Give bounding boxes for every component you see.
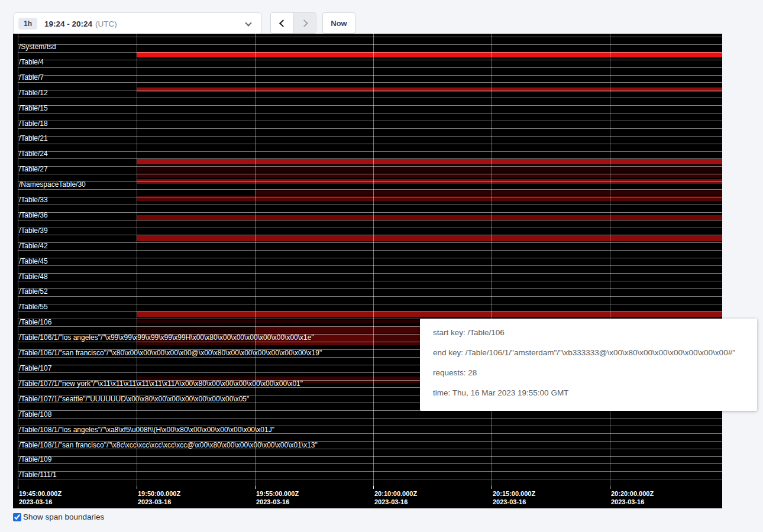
row-label: /Table/108: [19, 411, 51, 419]
row-label: /Table/107/1/"new york"/"\x11\x11\x11\x1…: [19, 380, 303, 388]
time-range-dropdown[interactable]: 1h 19:24 - 20:24 (UTC): [13, 12, 262, 35]
tooltip-requests: requests: 28: [433, 368, 757, 377]
row-label: /Table/27: [19, 166, 48, 173]
span-boundary-line: [18, 37, 722, 37]
span-boundary-line: [18, 281, 722, 281]
next-time-button[interactable]: [293, 13, 316, 33]
row-label: /Table/45: [19, 258, 48, 265]
span-boundary-line: [18, 250, 722, 251]
chevron-down-icon: [245, 20, 251, 26]
span-boundary-line: [18, 418, 722, 419]
span-boundary-line: [18, 311, 722, 312]
span-boundary-line: [18, 151, 722, 152]
row-label: /Table/48: [19, 273, 48, 281]
row-label: /Table/4: [19, 59, 44, 66]
chevron-right-icon: [300, 20, 308, 27]
footer: Show span boundaries: [13, 512, 104, 521]
keyvisualizer-chart: /System/tsd/Table/4/Table/7/Table/12/Tab…: [13, 34, 722, 508]
tooltip-end-key: end key: /Table/106/1/"amsterdam"/"\xb33…: [433, 348, 757, 357]
time-range-utc-label: (UTC): [95, 20, 117, 28]
span-boundaries-checkbox[interactable]: [13, 513, 21, 521]
heat-band[interactable]: [137, 235, 722, 241]
span-boundary-line: [18, 113, 722, 113]
row-label: /Table/52: [19, 288, 48, 296]
span-boundaries-label: Show span boundaries: [23, 512, 104, 521]
tooltip-time: time: Thu, 16 Mar 2023 19:55:00 GMT: [433, 388, 757, 397]
axis-tick: [137, 486, 137, 489]
span-boundary-line: [18, 98, 722, 98]
time-gridline: [610, 34, 610, 486]
span-boundary-line: [18, 166, 722, 167]
row-label: /Table/36: [19, 212, 48, 219]
span-boundary-line: [18, 189, 722, 190]
tooltip: start key: /Table/106 end key: /Table/10…: [420, 319, 757, 411]
span-boundary-line: [18, 197, 722, 197]
span-boundary-line: [18, 75, 722, 76]
span-boundary-line: [18, 228, 722, 228]
span-boundary-line: [18, 479, 722, 479]
time-gridline: [137, 34, 137, 486]
axis-tick-label: 20:10:00.000Z 2023-03-16: [374, 489, 417, 506]
row-label: /Table/12: [19, 89, 48, 97]
row-label: /Table/18: [19, 120, 48, 128]
axis-tick: [492, 486, 492, 489]
heat-band[interactable]: [137, 159, 722, 164]
span-boundary-line: [18, 288, 722, 289]
heat-band[interactable]: [137, 52, 722, 57]
row-label: /Table/111/1: [19, 471, 57, 479]
time-gridline: [18, 34, 18, 486]
span-boundary-line: [18, 296, 722, 297]
span-boundary-line: [18, 456, 722, 457]
span-boundary-line: [18, 242, 722, 243]
row-label: /Table/106/1/"los angeles"/"\x99\x99\x99…: [19, 334, 314, 342]
heatmap-plot[interactable]: /System/tsd/Table/4/Table/7/Table/12/Tab…: [13, 34, 722, 486]
row-label: /NamespaceTable/30: [19, 181, 86, 189]
heat-band[interactable]: [255, 190, 722, 195]
span-boundary-line: [18, 105, 722, 106]
axis-tick: [610, 486, 610, 489]
tooltip-start-key: start key: /Table/106: [433, 328, 757, 337]
axis-tick: [373, 486, 374, 489]
span-boundary-line: [18, 265, 722, 266]
span-boundary-line: [18, 304, 722, 304]
heat-band[interactable]: [137, 312, 722, 317]
axis-tick-label: 19:55:00.000Z 2023-03-16: [256, 489, 299, 506]
span-boundary-line: [18, 258, 722, 258]
row-label: /Table/39: [19, 227, 48, 235]
axis-tick: [255, 486, 256, 489]
toolbar: 1h 19:24 - 20:24 (UTC) Now: [0, 0, 763, 34]
span-boundary-line: [18, 52, 722, 53]
span-boundary-line: [18, 128, 722, 129]
span-boundary-line: [18, 181, 722, 182]
span-boundary-line: [18, 60, 722, 60]
axis-tick-label: 20:20:00.000Z 2023-03-16: [611, 489, 654, 506]
span-boundary-line: [18, 471, 722, 472]
time-gridline: [255, 34, 256, 486]
span-boundary-line: [18, 212, 722, 213]
row-label: /Table/15: [19, 105, 48, 112]
span-boundary-line: [18, 220, 722, 220]
now-button[interactable]: Now: [322, 12, 355, 34]
row-label: /Table/33: [19, 196, 48, 204]
page: { "toolbar": { "range_badge": "1h", "ran…: [0, 0, 763, 532]
row-label: /Table/108/1/"san francisco"/"\x8c\xcc\x…: [19, 442, 318, 449]
time-range-text: 19:24 - 20:24: [44, 20, 92, 28]
row-label: /System/tsd: [19, 43, 56, 51]
span-boundary-line: [18, 67, 722, 68]
span-boundary-line: [18, 90, 722, 90]
span-boundary-line: [18, 174, 722, 174]
span-boundary-line: [18, 463, 722, 464]
span-boundary-line: [18, 44, 722, 45]
span-boundary-line: [18, 121, 722, 121]
span-boundary-line: [18, 158, 722, 159]
span-boundary-line: [18, 235, 722, 235]
span-boundary-line: [18, 82, 722, 83]
time-gridline: [373, 34, 374, 486]
prev-time-button[interactable]: [271, 13, 293, 33]
time-gridline: [492, 34, 492, 486]
nav-button-group: [270, 12, 316, 34]
span-boundary-line: [18, 136, 722, 137]
span-boundary-line: [18, 205, 722, 205]
row-label: /Table/108/1/"los angeles"/"\xa8\xf5\u00…: [19, 426, 274, 434]
heat-band[interactable]: [137, 326, 255, 333]
